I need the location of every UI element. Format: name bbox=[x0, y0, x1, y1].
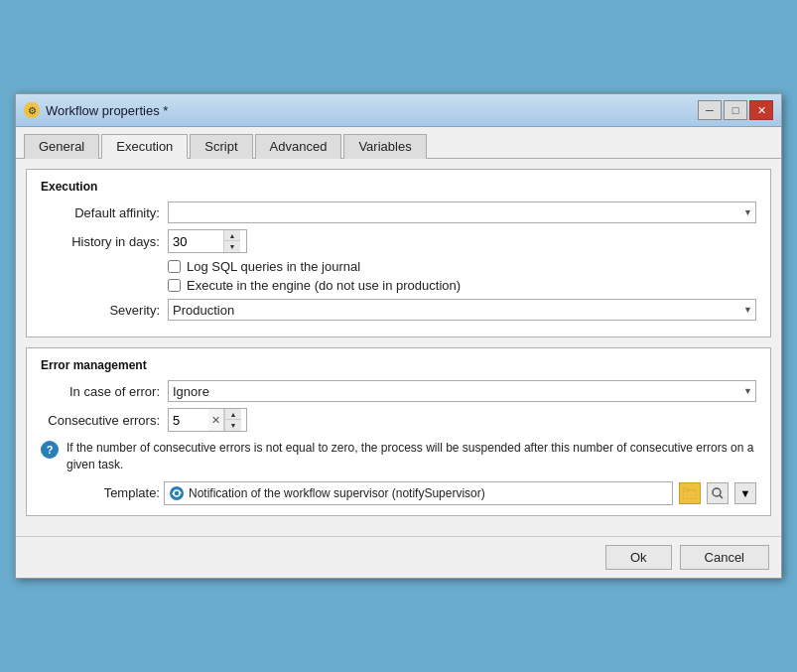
info-text: If the number of consecutive errors is n… bbox=[66, 440, 756, 473]
svg-rect-3 bbox=[683, 490, 697, 499]
footer: Ok Cancel bbox=[16, 536, 781, 578]
execution-section: Execution Default affinity: History in d… bbox=[26, 169, 771, 337]
template-dropdown-button[interactable]: ▼ bbox=[734, 482, 756, 504]
info-icon: ? bbox=[41, 441, 59, 459]
consecutive-spin-down[interactable]: ▼ bbox=[225, 420, 241, 431]
svg-line-6 bbox=[720, 495, 723, 498]
folder-icon bbox=[683, 487, 697, 499]
history-label: History in days: bbox=[41, 234, 160, 249]
title-bar: ⚙ Workflow properties * ─ □ ✕ bbox=[16, 94, 781, 127]
consecutive-clear-btn[interactable]: ✕ bbox=[208, 409, 224, 431]
history-row: History in days: 30 ▲ ▼ bbox=[41, 229, 756, 253]
history-arrows: ▲ ▼ bbox=[223, 230, 240, 252]
template-label: Template: bbox=[41, 485, 160, 500]
consecutive-input[interactable]: 5 bbox=[169, 409, 208, 431]
minimize-button[interactable]: ─ bbox=[698, 100, 722, 120]
execution-section-title: Execution bbox=[41, 180, 756, 194]
search-icon bbox=[712, 487, 724, 499]
history-spinbox: 30 ▲ ▼ bbox=[168, 229, 247, 253]
consecutive-spinbox: 5 ✕ ▲ ▼ bbox=[168, 408, 247, 432]
ok-button[interactable]: Ok bbox=[605, 545, 672, 570]
default-affinity-row: Default affinity: bbox=[41, 202, 756, 223]
severity-wrapper: Production Development Staging bbox=[168, 299, 756, 321]
execute-engine-checkbox[interactable] bbox=[168, 279, 181, 292]
consecutive-arrows: ▲ ▼ bbox=[224, 409, 241, 431]
default-affinity-label: Default affinity: bbox=[41, 205, 160, 220]
content-area: Execution Default affinity: History in d… bbox=[16, 159, 781, 536]
title-bar-controls: ─ □ ✕ bbox=[698, 100, 773, 120]
severity-row: Severity: Production Development Staging bbox=[41, 299, 756, 321]
log-sql-label: Log SQL queries in the journal bbox=[187, 259, 360, 274]
maximize-button[interactable]: □ bbox=[724, 100, 747, 120]
template-input-group: Notification of the workflow supervisor … bbox=[164, 481, 673, 505]
error-section-title: Error management bbox=[41, 358, 756, 372]
consecutive-errors-row: Consecutive errors: 5 ✕ ▲ ▼ bbox=[41, 408, 756, 432]
window-title: Workflow properties * bbox=[46, 103, 168, 118]
template-search-button[interactable] bbox=[707, 482, 729, 504]
consecutive-spin-up[interactable]: ▲ bbox=[225, 409, 241, 420]
template-value-text: Notification of the workflow supervisor … bbox=[189, 486, 668, 500]
app-icon: ⚙ bbox=[24, 102, 40, 118]
in-case-of-error-label: In case of error: bbox=[41, 384, 160, 399]
log-sql-checkbox[interactable] bbox=[168, 260, 181, 273]
execute-engine-label: Execute in the engine (do not use in pro… bbox=[187, 278, 461, 293]
log-sql-row: Log SQL queries in the journal bbox=[168, 259, 756, 274]
consecutive-errors-label: Consecutive errors: bbox=[41, 413, 160, 428]
severity-select[interactable]: Production Development Staging bbox=[168, 299, 756, 321]
history-spin-up[interactable]: ▲ bbox=[224, 230, 240, 241]
default-affinity-select[interactable] bbox=[168, 202, 756, 223]
tab-advanced[interactable]: Advanced bbox=[255, 134, 342, 159]
tab-script[interactable]: Script bbox=[190, 134, 252, 159]
svg-point-0 bbox=[170, 486, 184, 500]
tabs-bar: General Execution Script Advanced Variab… bbox=[16, 127, 781, 159]
info-row: ? If the number of consecutive errors is… bbox=[41, 440, 756, 473]
tab-execution[interactable]: Execution bbox=[101, 134, 188, 159]
tab-general[interactable]: General bbox=[24, 134, 99, 159]
template-row: Template: Notification of the workflow s… bbox=[41, 481, 756, 505]
in-case-of-error-wrapper: Ignore Stop Restart bbox=[168, 380, 756, 402]
history-spin-down[interactable]: ▼ bbox=[224, 241, 240, 252]
close-button[interactable]: ✕ bbox=[749, 100, 773, 120]
cancel-button[interactable]: Cancel bbox=[680, 545, 769, 570]
svg-rect-4 bbox=[683, 488, 689, 491]
tab-variables[interactable]: Variables bbox=[343, 134, 426, 159]
consecutive-row: 5 ✕ ▲ ▼ bbox=[168, 408, 247, 432]
workflow-properties-window: ⚙ Workflow properties * ─ □ ✕ General Ex… bbox=[15, 93, 782, 579]
title-bar-left: ⚙ Workflow properties * bbox=[24, 102, 168, 118]
svg-point-5 bbox=[713, 488, 721, 496]
template-folder-button[interactable] bbox=[679, 482, 701, 504]
template-notification-icon bbox=[169, 485, 185, 501]
execute-engine-row: Execute in the engine (do not use in pro… bbox=[168, 278, 756, 293]
history-input[interactable]: 30 bbox=[169, 230, 223, 252]
error-management-section: Error management In case of error: Ignor… bbox=[26, 347, 771, 516]
severity-label: Severity: bbox=[41, 303, 160, 318]
in-case-of-error-select[interactable]: Ignore Stop Restart bbox=[168, 380, 756, 402]
default-affinity-wrapper bbox=[168, 202, 756, 223]
in-case-of-error-row: In case of error: Ignore Stop Restart bbox=[41, 380, 756, 402]
